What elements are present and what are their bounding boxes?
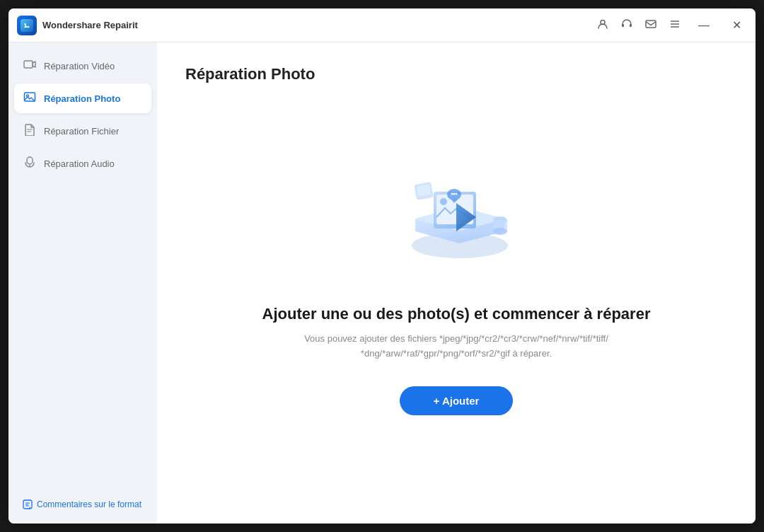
content-area: Réparation Photo (157, 42, 756, 524)
add-button[interactable]: + Ajouter (400, 386, 514, 415)
user-icon[interactable] (596, 18, 609, 33)
svg-rect-9 (24, 61, 33, 68)
mail-icon[interactable] (644, 18, 657, 33)
sidebar-item-audio[interactable]: Réparation Audio (14, 149, 151, 178)
titlebar: Wondershare Repairit — ✕ (8, 8, 756, 42)
sidebar-item-video[interactable]: Réparation Vidéo (14, 51, 151, 81)
video-icon (23, 58, 37, 74)
sidebar-item-photo-label: Réparation Photo (44, 93, 120, 104)
titlebar-right: — ✕ (596, 16, 747, 35)
app-logo (17, 16, 37, 35)
content-body: Ajouter une ou des photo(s) et commencer… (185, 83, 727, 501)
svg-rect-5 (646, 21, 656, 28)
minimize-button[interactable]: — (693, 16, 715, 35)
main-heading: Ajouter une ou des photo(s) et commencer… (262, 305, 651, 323)
sidebar-footer: Commentaires sur le format (14, 494, 151, 515)
photo-icon (23, 91, 37, 106)
app-title: Wondershare Repairit (42, 20, 138, 30)
sidebar-item-audio-label: Réparation Audio (44, 158, 115, 169)
svg-rect-4 (630, 24, 632, 27)
svg-point-1 (24, 23, 25, 24)
sidebar-item-fichier[interactable]: Réparation Fichier (14, 116, 151, 146)
audio-icon (23, 156, 37, 171)
svg-point-31 (456, 192, 458, 195)
sidebar-item-photo[interactable]: Réparation Photo (14, 83, 151, 113)
titlebar-left: Wondershare Repairit (17, 16, 138, 35)
sub-text: Vous pouvez ajouter des fichiers *jpeg/*… (304, 332, 608, 362)
svg-rect-14 (27, 157, 33, 164)
svg-rect-3 (622, 24, 624, 27)
illustration (386, 141, 527, 282)
app-window: Wondershare Repairit — ✕ (8, 8, 756, 524)
sidebar: Réparation Vidéo Réparation Photo Répara… (8, 42, 157, 524)
format-feedback-link[interactable]: Commentaires sur le format (23, 499, 143, 509)
svg-rect-0 (21, 19, 33, 32)
svg-point-30 (453, 192, 456, 195)
close-button[interactable]: ✕ (727, 16, 747, 35)
menu-icon[interactable] (668, 18, 681, 33)
headset-icon[interactable] (620, 18, 633, 33)
fichier-icon (23, 123, 37, 139)
page-title: Réparation Photo (185, 65, 315, 83)
svg-point-26 (493, 228, 507, 235)
sidebar-item-fichier-label: Réparation Fichier (44, 126, 119, 137)
main-area: Réparation Vidéo Réparation Photo Répara… (8, 42, 756, 524)
svg-point-20 (440, 198, 447, 205)
svg-point-29 (451, 192, 453, 195)
sidebar-item-video-label: Réparation Vidéo (44, 61, 115, 71)
